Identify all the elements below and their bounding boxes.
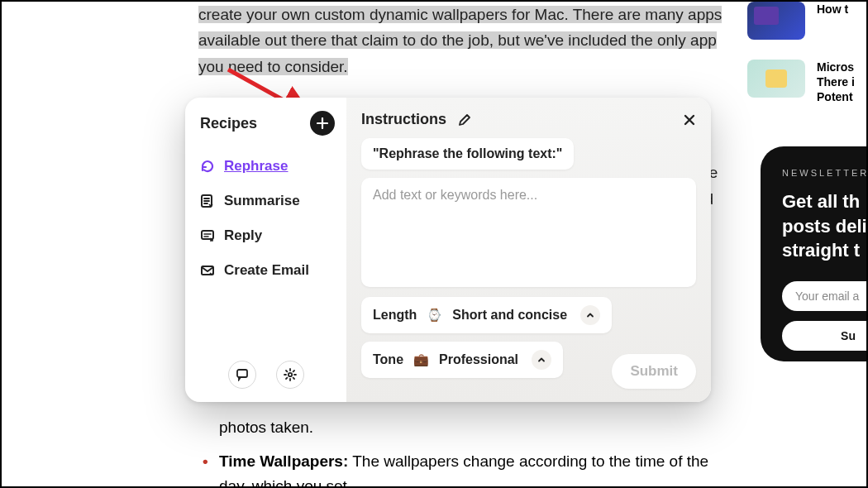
settings-button[interactable] [276,361,304,389]
plus-icon [317,117,328,129]
subscribe-button[interactable]: Su [782,321,868,351]
instructions-header: Instructions [361,111,696,128]
svg-point-6 [288,373,291,376]
recipes-header: Recipes [185,98,346,144]
recipe-label: Summarise [224,193,300,209]
recipe-item-rephrase[interactable]: Rephrase [185,149,346,184]
recipe-item-create-email[interactable]: Create Email [185,253,346,288]
svg-rect-3 [202,231,213,239]
length-label: Length [373,308,417,323]
newsletter-title: Get all th posts deli straight t [782,189,868,263]
close-icon [683,113,696,127]
instructions-panel: Instructions "Rephrase the following tex… [346,98,711,402]
gear-icon [284,368,297,381]
list-item: Time Wallpapers: The wallpapers change a… [219,449,732,488]
article-list: photos taken. Time Wallpapers: The wallp… [219,415,732,488]
recipe-list: Rephrase Summarise Reply Create Email [185,144,346,351]
submit-button[interactable]: Submit [612,354,696,389]
tone-label: Tone [373,352,403,367]
recipe-label: Rephrase [224,158,288,175]
recipe-item-reply[interactable]: Reply [185,218,346,253]
recipe-label: Reply [224,227,262,244]
reply-icon [200,228,215,243]
article-thumbnail [747,2,805,40]
recipe-label: Create Email [224,262,309,279]
chevron-up-icon [580,305,600,325]
tone-option[interactable]: Tone 💼 Professional [361,342,563,378]
text-input[interactable]: Add text or keywords here... [361,178,696,287]
length-value: Short and concise [452,308,567,323]
length-option[interactable]: Length ⌚ Short and concise [361,297,612,333]
watch-icon: ⌚ [427,308,442,323]
article-body: create your own custom dynamic wallpaper… [198,2,727,79]
recipe-item-summarise[interactable]: Summarise [185,184,346,218]
article-title: How t [817,2,848,40]
briefcase-icon: 💼 [413,352,429,367]
recipes-footer [185,351,346,402]
list-item-label: Time Wallpapers: [219,452,348,470]
prompt-chip[interactable]: "Rephrase the following text:" [361,138,574,170]
recipes-title: Recipes [200,115,257,132]
svg-rect-5 [237,370,247,377]
pencil-icon [458,113,471,127]
recipes-popup: Recipes Rephrase Summarise [185,98,711,402]
newsletter-box: NEWSLETTER Get all th posts deli straigh… [761,146,868,361]
summarise-icon [200,194,215,208]
related-article[interactable]: How t [747,2,868,40]
article-title: Micros There i Potent [817,60,855,105]
add-recipe-button[interactable] [310,111,335,136]
edit-button[interactable] [458,113,471,127]
related-sidebar: How t Micros There i Potent [747,2,868,125]
email-input[interactable]: Your email a [782,281,868,311]
rephrase-icon [200,159,215,174]
list-item-fragment: photos taken. [219,415,732,439]
recipes-sidebar: Recipes Rephrase Summarise [185,98,346,402]
instructions-title: Instructions [361,111,446,128]
feedback-button[interactable] [228,361,256,389]
newsletter-label: NEWSLETTER [782,168,868,178]
selected-text: create your own custom dynamic wallpaper… [198,6,722,75]
tone-value: Professional [439,352,518,367]
related-article[interactable]: Micros There i Potent [747,60,868,105]
email-icon [200,263,215,278]
article-thumbnail [747,60,805,98]
chevron-up-icon [532,350,551,370]
chat-icon [236,368,249,381]
close-button[interactable] [683,113,696,127]
